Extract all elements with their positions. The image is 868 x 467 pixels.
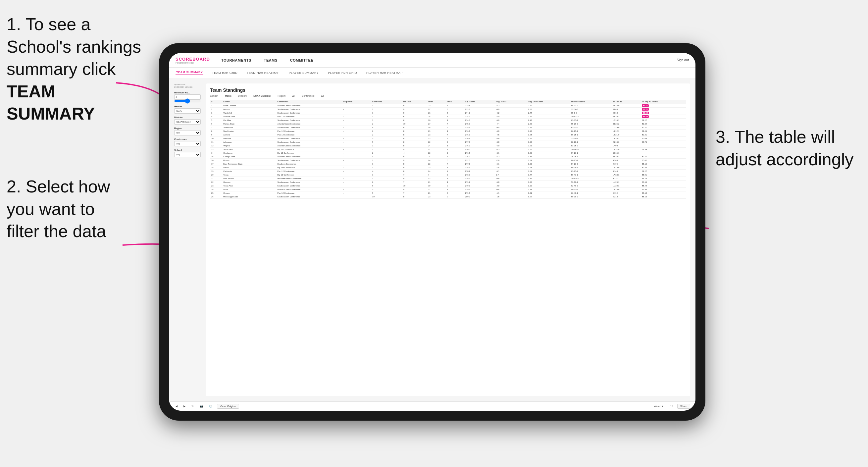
school-section: School (All) (174, 149, 201, 157)
school-cell: Ole Miss (222, 119, 276, 122)
adj-cell: 276.3 (464, 133, 495, 137)
adj-cell: 279.3 (464, 184, 495, 188)
atp-cell: -5.1 (494, 169, 527, 173)
atp-cell: -6.2 (494, 104, 527, 107)
wins-cell: 4 (446, 122, 464, 126)
adj-cell: 273.6 (464, 107, 495, 111)
watch-button[interactable]: Watch ▾ (652, 404, 665, 408)
division-select[interactable]: NCAA Division I (174, 119, 201, 125)
overall-cell: 104-42-3 (570, 148, 611, 151)
col-vs-top25: Vs Top 25 (611, 100, 641, 104)
rec-cell: 4-21-0 (611, 195, 641, 199)
conf-rank-cell: 2 (371, 151, 402, 155)
tab-team-summary[interactable]: TEAM SUMMARY (176, 70, 203, 75)
tab-team-h2h-heatmap[interactable]: TEAM H2H HEATMAP (246, 71, 280, 74)
rec-cell: 9-19-1 (611, 191, 641, 195)
toolbar-clock-btn[interactable]: 🕐 (208, 404, 214, 408)
atp-cell: -3.6 (494, 137, 527, 141)
rec-cell: 23-13-0 (611, 141, 641, 144)
rec-cell: 14-21-0 (611, 133, 641, 137)
avg-cell: 1.85 (527, 151, 570, 155)
toolbar-expand-btn[interactable]: ⛶ (669, 404, 674, 408)
table-row: 6 Florida State Atlantic Coast Conferenc… (210, 122, 686, 126)
conference-select[interactable]: (All) (174, 141, 201, 146)
wins-cell: 1 (446, 188, 464, 191)
avg-cell: 2.88 (527, 107, 570, 111)
rank-cell: 19 (210, 169, 222, 173)
sign-out-button[interactable]: Sign out (677, 58, 689, 62)
pts-cell: 82.39 (641, 122, 686, 126)
table-area: Team Standings Gender: Men's Division: N… (206, 84, 690, 396)
overall-cell: 59-41-1 (570, 173, 611, 177)
rnds-cell: 18 (427, 126, 446, 129)
gender-select[interactable]: Men's (174, 108, 201, 114)
toolbar-share2-btn[interactable]: 📷 (198, 404, 204, 408)
avg-cell: 2.77 (527, 111, 570, 115)
atp-cell: -3.8 (494, 141, 527, 144)
wins-cell: 1 (446, 177, 464, 181)
conf-cell: Big 12 Conference (276, 148, 342, 151)
tab-player-summary[interactable]: PLAYER SUMMARY (288, 71, 319, 74)
toolbar-fwd-btn[interactable]: ▶ (182, 404, 187, 408)
atp-cell: -6.0 (494, 107, 527, 111)
rnds-cell: 22 (427, 151, 446, 155)
pts-cell (641, 151, 686, 155)
table-row: 9 Arizona Pac-12 Conference - 2 8 23 4 2… (210, 133, 686, 137)
pts-cell: 83.49 (641, 129, 686, 133)
nav-bar: SCOREBOARD Powered by clippi TOURNAMENTS… (169, 53, 695, 68)
pts-cell (641, 144, 686, 148)
table-title: Team Standings (210, 88, 686, 93)
rec-cell: 11-29-1 (611, 181, 641, 184)
pts-cell: 86.58 (641, 111, 686, 115)
col-vs-top50: Vs Top 50 Points (641, 100, 686, 104)
tour-cell: 9 (402, 104, 427, 107)
reg-rank-cell: - (342, 191, 371, 195)
rnds-cell: 27 (427, 188, 446, 191)
school-select[interactable]: (All) (174, 152, 201, 157)
conf-rank-cell: 2 (371, 133, 402, 137)
wins-cell: 4 (446, 155, 464, 159)
table-row: 24 Duke Atlantic Coast Conference - 5 9 … (210, 188, 686, 191)
wins-cell: 3 (446, 137, 464, 141)
toolbar-refresh-btn[interactable]: ↻ (190, 404, 195, 408)
nav-item-tournaments[interactable]: TOURNAMENTS (220, 58, 253, 62)
tab-player-h2h-grid[interactable]: PLAYER H2H GRID (327, 71, 358, 74)
tab-team-h2h-grid[interactable]: TEAM H2H GRID (211, 71, 238, 74)
nav-item-committee[interactable]: COMMITTEE (289, 58, 315, 62)
region-select[interactable]: N/A (174, 130, 201, 135)
gender-label: Gender (174, 105, 201, 107)
max-rank-input[interactable] (174, 100, 201, 102)
tour-cell: 8 (402, 141, 427, 144)
tour-cell: 9 (402, 166, 427, 169)
view-original-button[interactable]: View: Original (217, 404, 239, 409)
avg-cell: 1.55 (527, 162, 570, 166)
adj-cell: 276.0 (464, 148, 495, 151)
nav-items: TOURNAMENTS TEAMS COMMITTEE (220, 58, 677, 62)
tour-cell: 8 (402, 162, 427, 166)
rnds-cell: 21 (427, 181, 446, 184)
share-button[interactable]: Share (677, 404, 690, 409)
nav-item-teams[interactable]: TEAMS (262, 58, 279, 62)
table-gender-label: Gender: (210, 95, 218, 97)
rec-cell: 30-15-1 (611, 151, 641, 155)
adj-cell: 276.3 (464, 155, 495, 159)
avg-cell: 1.85 (527, 148, 570, 151)
school-cell: Texas (222, 173, 276, 177)
overall-cell: 90-51-2 (570, 188, 611, 191)
main-content: Update time: 27/03/2024 16:56:26 Minimum… (169, 78, 695, 401)
wins-cell: 1 (446, 119, 464, 122)
overall-cell: 80-25-2 (570, 159, 611, 162)
min-rank-label: Minimum Ro... (174, 91, 201, 94)
conf-cell: Mountain West Conference (276, 177, 342, 181)
overall-cell: 86-25-1 (570, 129, 611, 133)
atp-cell: -4.0 (494, 115, 527, 119)
reg-rank-cell: - (342, 184, 371, 188)
reg-rank-cell: - (342, 188, 371, 191)
avg-cell: 2.37 (527, 119, 570, 122)
school-cell: Mississippi State (222, 195, 276, 199)
toolbar-back-btn[interactable]: ◀ (174, 404, 179, 408)
rnds-cell: 24 (427, 169, 446, 173)
conf-rank-cell: 4 (371, 155, 402, 159)
tab-player-h2h-heatmap[interactable]: PLAYER H2H HEATMAP (366, 71, 403, 74)
overall-cell: 59-39-1 (570, 181, 611, 184)
